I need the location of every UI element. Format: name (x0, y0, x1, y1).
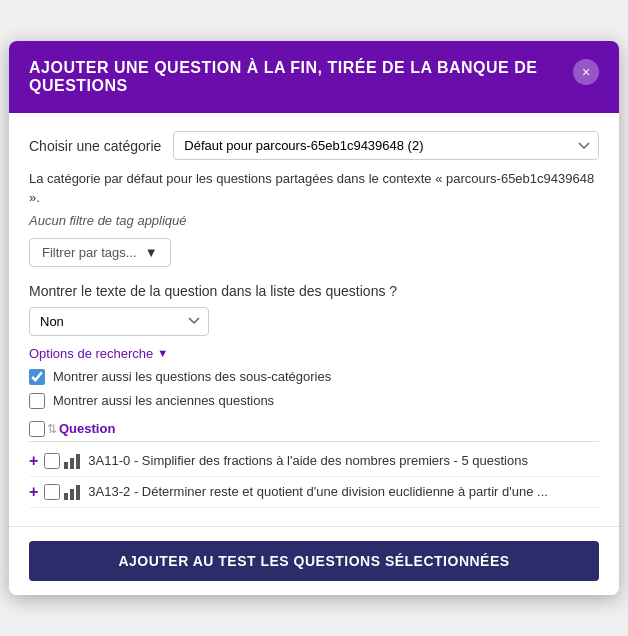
question-2-icon (64, 484, 82, 500)
add-question-1-button[interactable]: + (29, 452, 38, 470)
category-label: Choisir une catégorie (29, 138, 161, 154)
checkbox-old-questions-row: Montrer aussi les anciennes questions (29, 393, 599, 409)
select-all-checkbox[interactable] (29, 421, 45, 437)
old-questions-label[interactable]: Montrer aussi les anciennes questions (53, 393, 274, 408)
add-to-test-button[interactable]: AJOUTER AU TEST LES QUESTIONS SÉLECTIONN… (29, 541, 599, 581)
subcategories-label[interactable]: Montrer aussi les questions des sous-cat… (53, 369, 331, 384)
tag-filter-button[interactable]: Filtrer par tags... ▼ (29, 238, 171, 267)
old-questions-checkbox[interactable] (29, 393, 45, 409)
filter-tag-note: Aucun filtre de tag appliqué (29, 213, 599, 228)
modal-body: Choisir une catégorie Défaut pour parcou… (9, 113, 619, 525)
search-options-toggle[interactable]: Options de recherche ▼ (29, 346, 599, 361)
modal-title: AJOUTER UNE QUESTION À LA FIN, TIRÉE DE … (29, 59, 573, 95)
modal-header: AJOUTER UNE QUESTION À LA FIN, TIRÉE DE … (9, 41, 619, 113)
question-item-2: + 3A13-2 - Déterminer reste et quotient … (29, 477, 599, 508)
category-info-text: La catégorie par défaut pour les questio… (29, 170, 599, 206)
question-1-icon (64, 453, 82, 469)
add-question-2-button[interactable]: + (29, 483, 38, 501)
category-select[interactable]: Défaut pour parcours-65eb1c9439648 (2) (173, 131, 599, 160)
question-item-1: + 3A11-0 - Simplifier des fractions à l'… (29, 446, 599, 477)
header-checkbox-col: ⇅ (29, 421, 59, 437)
svg-rect-5 (76, 485, 80, 500)
bar-chart-icon (64, 484, 82, 500)
tag-filter-label: Filtrer par tags... (42, 245, 137, 260)
search-options-label: Options de recherche (29, 346, 153, 361)
modal: AJOUTER UNE QUESTION À LA FIN, TIRÉE DE … (9, 41, 619, 594)
sort-icon: ⇅ (47, 422, 57, 436)
svg-rect-2 (76, 454, 80, 469)
svg-rect-4 (70, 489, 74, 500)
display-question-label: Montrer le texte de la question dans la … (29, 283, 599, 299)
question-2-text: 3A13-2 - Déterminer reste et quotient d'… (88, 484, 599, 499)
question-list-header: ⇅ Question (29, 417, 599, 442)
chevron-down-icon: ▼ (145, 245, 158, 260)
question-col-label: Question (59, 421, 115, 436)
display-question-row: Montrer le texte de la question dans la … (29, 283, 599, 336)
chevron-down-icon: ▼ (157, 347, 168, 359)
question-2-checkbox[interactable] (44, 484, 60, 500)
question-1-text: 3A11-0 - Simplifier des fractions à l'ai… (88, 453, 599, 468)
question-1-checkbox[interactable] (44, 453, 60, 469)
modal-footer: AJOUTER AU TEST LES QUESTIONS SÉLECTIONN… (9, 526, 619, 595)
svg-rect-3 (64, 493, 68, 500)
checkbox-subcategories-row: Montrer aussi les questions des sous-cat… (29, 369, 599, 385)
bar-chart-icon (64, 453, 82, 469)
category-row: Choisir une catégorie Défaut pour parcou… (29, 131, 599, 160)
svg-rect-0 (64, 462, 68, 469)
subcategories-checkbox[interactable] (29, 369, 45, 385)
close-button[interactable]: × (573, 59, 599, 85)
svg-rect-1 (70, 458, 74, 469)
display-question-select[interactable]: Non Oui (29, 307, 209, 336)
